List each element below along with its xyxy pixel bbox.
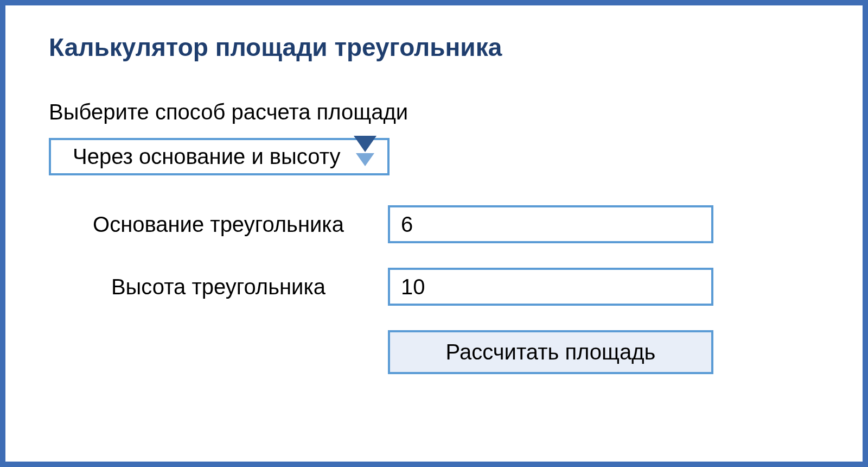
base-field-row: Основание треугольника xyxy=(49,205,819,243)
method-label: Выберите способ расчета площади xyxy=(49,100,819,124)
height-label: Высота треугольника xyxy=(49,275,388,299)
calculate-button[interactable]: Рассчитать площадь xyxy=(388,330,713,374)
calculator-panel: Калькулятор площади треугольника Выберит… xyxy=(0,0,868,467)
height-input[interactable] xyxy=(388,268,713,306)
page-title: Калькулятор площади треугольника xyxy=(49,33,819,62)
spacer xyxy=(49,330,388,374)
height-field-row: Высота треугольника xyxy=(49,268,819,306)
base-input[interactable] xyxy=(388,205,713,243)
calculation-method-dropdown[interactable]: Через основание и высоту xyxy=(49,138,390,175)
chevron-down-icon xyxy=(354,152,376,162)
button-row: Рассчитать площадь xyxy=(49,330,819,374)
dropdown-selected-text: Через основание и высоту xyxy=(73,144,340,169)
base-label: Основание треугольника xyxy=(49,212,388,237)
